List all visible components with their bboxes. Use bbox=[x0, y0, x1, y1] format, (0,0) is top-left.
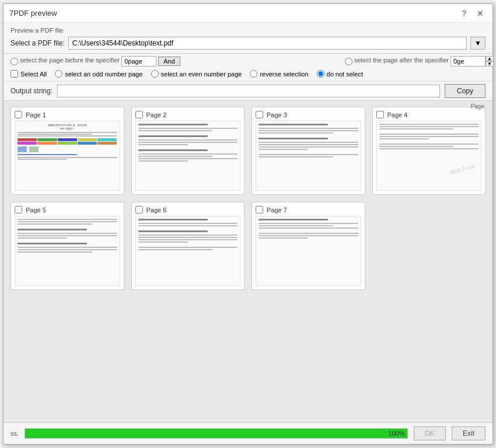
p6-l2 bbox=[138, 225, 238, 226]
filter-input-1[interactable] bbox=[121, 56, 156, 66]
filter-input-2[interactable] bbox=[450, 56, 485, 66]
p3-l1 bbox=[259, 128, 358, 129]
page-1-line-4 bbox=[18, 157, 117, 158]
page-1-img-1 bbox=[18, 146, 27, 152]
help-button[interactable]: ? bbox=[459, 8, 469, 19]
p2-l6 bbox=[138, 153, 238, 155]
page-1-line-2 bbox=[18, 134, 92, 135]
p6-h2 bbox=[138, 230, 208, 232]
select-all-checkbox[interactable] bbox=[11, 70, 18, 78]
page-3-thumbnail[interactable] bbox=[256, 121, 361, 191]
page-5-checkbox[interactable] bbox=[15, 206, 22, 214]
file-path-input[interactable] bbox=[68, 37, 467, 50]
and-button[interactable]: And bbox=[158, 57, 180, 66]
p4-l5 bbox=[379, 136, 479, 137]
p6-l3 bbox=[138, 235, 238, 236]
dialog-window: 7PDF preview ? ✕ Preview a PDF file Sele… bbox=[3, 4, 493, 444]
page-7-checkbox[interactable] bbox=[256, 206, 263, 214]
p3-h1 bbox=[259, 124, 328, 125]
page-3-checkbox[interactable] bbox=[256, 111, 263, 118]
page-7-header: Page 7 bbox=[256, 206, 361, 214]
file-dropdown-button[interactable]: ▼ bbox=[470, 37, 485, 50]
reverse-selection-radio[interactable] bbox=[250, 70, 257, 78]
p2-l4 bbox=[138, 142, 238, 143]
filter-radio-group-1: select the page before the specifier And bbox=[11, 56, 180, 66]
page-1-img-2 bbox=[29, 146, 39, 152]
p3-gap2 bbox=[259, 151, 358, 153]
table-cell-9 bbox=[78, 142, 97, 145]
file-label: Select a PDF file: bbox=[11, 39, 65, 47]
page-2-checkbox[interactable] bbox=[135, 111, 143, 118]
page-4-thumbnail[interactable]: Melt 2 nm bbox=[376, 121, 482, 191]
p5-gap2 bbox=[18, 240, 117, 242]
p4-l9 bbox=[379, 148, 479, 149]
even-pages-radio[interactable] bbox=[151, 70, 159, 78]
p2-l1 bbox=[138, 128, 238, 129]
exit-button[interactable]: Exit bbox=[452, 426, 485, 440]
page-6-thumbnail[interactable] bbox=[135, 216, 241, 286]
page-2-thumbnail[interactable] bbox=[135, 121, 241, 191]
filter-row: select the page before the specifier And… bbox=[4, 54, 492, 69]
progress-bar-container: 100% bbox=[25, 428, 408, 439]
page-1-title: Page 1 bbox=[26, 111, 46, 118]
p7-l1 bbox=[259, 223, 358, 224]
even-pages-label[interactable]: select an even number page bbox=[151, 70, 242, 78]
p2-l8 bbox=[138, 158, 238, 159]
no-select-radio[interactable] bbox=[317, 70, 324, 78]
page-1-checkbox[interactable] bbox=[15, 111, 22, 118]
table-cell-8 bbox=[58, 142, 77, 145]
page-5-thumbnail[interactable] bbox=[15, 216, 120, 286]
page-6-checkbox[interactable] bbox=[135, 206, 143, 214]
p2-h3 bbox=[138, 149, 208, 151]
odd-pages-radio[interactable] bbox=[55, 70, 62, 78]
page-1-doc-title: 免费的优秀 OCR 识别工具，如何识别PDF 扫描页？ bbox=[18, 124, 117, 130]
page-4-watermark: Melt 2 nm bbox=[449, 163, 475, 176]
table-cell-7 bbox=[37, 142, 57, 145]
p3-l3 bbox=[259, 132, 333, 134]
p5-h1 bbox=[18, 229, 87, 230]
filter-label-1: select the page before the specifier bbox=[20, 57, 120, 64]
reverse-selection-label[interactable]: reverse selection bbox=[250, 70, 308, 78]
page-6-title: Page 6 bbox=[146, 206, 167, 214]
close-button[interactable]: ✕ bbox=[474, 8, 487, 19]
output-input[interactable] bbox=[57, 85, 440, 97]
spinner-down-button[interactable]: ▼ bbox=[485, 61, 494, 66]
p4-gap2 bbox=[379, 141, 479, 142]
ok-button[interactable]: OK bbox=[414, 426, 446, 440]
page-1-line-5 bbox=[18, 159, 67, 160]
p4-l6 bbox=[379, 138, 429, 139]
p4-l7 bbox=[379, 144, 479, 145]
filter-radio-1[interactable] bbox=[11, 58, 18, 65]
page-5-header: Page 5 bbox=[15, 206, 120, 214]
p5-l3 bbox=[18, 223, 92, 225]
page-card-6: Page 6 bbox=[131, 202, 245, 290]
p5-l2 bbox=[18, 221, 117, 222]
p5-l5 bbox=[18, 235, 117, 236]
output-row: Output string: Copy bbox=[4, 81, 492, 100]
page-1-link bbox=[18, 154, 77, 155]
pages-area: Page Page 1 免费的优秀 OCR 识别工具，如何识别PDF 扫描页？ bbox=[4, 100, 492, 422]
page-1-header: Page 1 bbox=[15, 111, 120, 118]
p2-l5 bbox=[138, 144, 188, 145]
p5-h2 bbox=[18, 243, 87, 244]
page-5-title: Page 5 bbox=[26, 206, 46, 214]
select-all-label[interactable]: Select All bbox=[11, 70, 47, 78]
page-2-header: Page 2 bbox=[135, 111, 241, 118]
spinner-up-button[interactable]: ▲ bbox=[485, 56, 494, 61]
page-4-title: Page 4 bbox=[387, 111, 408, 118]
copy-button[interactable]: Copy bbox=[445, 84, 485, 98]
p6-gap1 bbox=[138, 228, 238, 229]
preview-label: Preview a PDF file bbox=[11, 27, 63, 34]
p6-gap2 bbox=[138, 244, 238, 246]
page-4-checkbox[interactable] bbox=[376, 111, 384, 118]
p3-l4 bbox=[259, 142, 358, 143]
odd-pages-label[interactable]: select an odd number page bbox=[55, 70, 142, 78]
page-1-thumbnail[interactable]: 免费的优秀 OCR 识别工具，如何识别PDF 扫描页？ bbox=[15, 121, 120, 191]
filter-radio-2[interactable] bbox=[345, 58, 352, 65]
p2-l3 bbox=[138, 139, 238, 141]
page-card-5: Page 5 bbox=[11, 202, 124, 290]
p3-l9 bbox=[259, 156, 333, 158]
page-7-thumbnail[interactable] bbox=[256, 216, 361, 286]
no-select-label[interactable]: do not select bbox=[317, 70, 363, 78]
p5-l4 bbox=[18, 233, 117, 234]
